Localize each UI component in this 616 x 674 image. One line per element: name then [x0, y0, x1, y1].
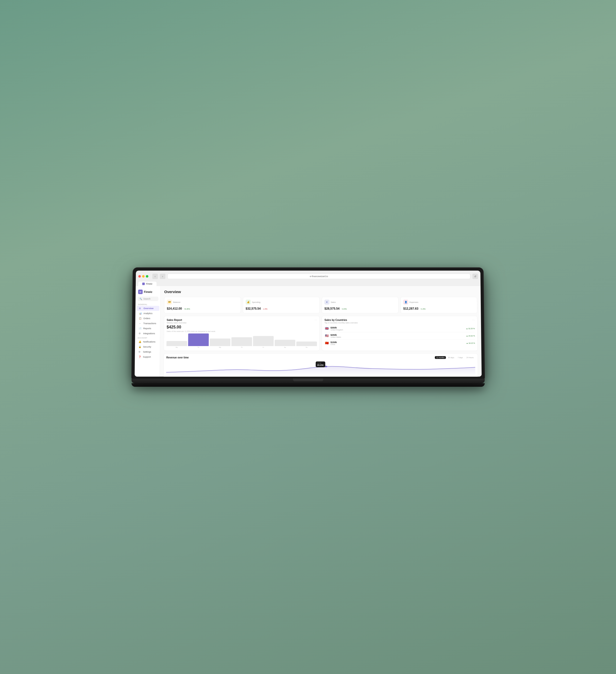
- sidebar-label-analytics: Analytics: [143, 312, 152, 315]
- notifications-icon: 🔔: [139, 341, 142, 343]
- countries-subtitle: Top 3 Countries monthly sales overview: [324, 322, 357, 324]
- reports-icon: 📄: [139, 327, 142, 330]
- bar-su-label: Su: [306, 347, 307, 348]
- cn-flag: 🇨🇳: [324, 341, 329, 345]
- uk-change: ▲ 32.25 %: [466, 327, 475, 329]
- sidebar-item-orders[interactable]: 📋 Orders: [136, 316, 159, 321]
- sidebar-item-settings[interactable]: ⚙ Settings: [136, 349, 159, 354]
- balance-change: +6.45%: [184, 308, 190, 310]
- countries-menu[interactable]: ⋯: [472, 319, 474, 321]
- filter-7days[interactable]: 7 days: [456, 356, 464, 359]
- bar-fr-label: Fr: [262, 347, 264, 348]
- laptop: ‹ › e-financewizard.io ↺ Finwiz: [131, 267, 485, 387]
- browser-tab-active[interactable]: Finwiz: [138, 282, 156, 286]
- filter-12months[interactable]: 12 months: [435, 356, 446, 359]
- sidebar-item-transactions[interactable]: ↔ Transactions: [136, 321, 159, 326]
- balance-icon: 💳: [167, 300, 172, 305]
- us-name: United States: [330, 336, 465, 338]
- sales-change: +2.5%: [341, 308, 346, 310]
- forward-button[interactable]: ›: [160, 273, 165, 279]
- maximize-button[interactable]: [146, 275, 148, 277]
- bar-we-bar: [209, 339, 230, 346]
- bar-th-bar: [231, 337, 252, 346]
- sales-icon: €: [324, 300, 329, 305]
- analytics-icon: 📊: [139, 312, 142, 315]
- us-change: ▲ 24.32 %: [466, 335, 475, 336]
- sales-report-menu[interactable]: ⋯: [314, 319, 317, 321]
- expenses-change: +1.5%: [420, 308, 425, 310]
- bar-sa-label: Sa: [284, 347, 286, 348]
- bar-su-bar: [296, 342, 317, 346]
- bar-mo: Mo: [166, 341, 187, 348]
- country-item-cn: 🇨🇳 $150k China ▲ 18.15 %: [324, 340, 475, 347]
- url-text: e-financewizard.io: [310, 275, 328, 277]
- page-title: Overview: [164, 290, 477, 294]
- cn-amount: $150k: [330, 341, 465, 344]
- uk-amount: $350k: [330, 326, 464, 329]
- sidebar-label-settings: Settings: [143, 351, 151, 353]
- laptop-notch: [293, 379, 323, 381]
- countries-title: Sales by Countries: [324, 319, 357, 321]
- search-box[interactable]: 🔍 Search: [138, 297, 158, 301]
- sidebar-label-security: Security: [143, 346, 151, 348]
- expenses-label: Expenses: [410, 301, 418, 303]
- bar-we-label: We: [219, 347, 221, 348]
- uk-info: $350k United Kingdom: [330, 326, 464, 331]
- country-item-us: 🇺🇸 $250k United States ▲ 24.32 %: [324, 332, 475, 340]
- refresh-button[interactable]: ↺: [472, 273, 478, 279]
- bar-su: Su: [296, 342, 317, 348]
- stat-card-expenses: 👤 Expenses $12,287.63 +1.5%: [400, 297, 477, 313]
- sales-label: Sales: [330, 301, 335, 303]
- sidebar-item-notifications[interactable]: 🔔 Notifications: [136, 339, 159, 344]
- sidebar-label-support: Support: [143, 356, 151, 358]
- uk-flag: 🇬🇧: [324, 326, 329, 331]
- sidebar-item-integrations[interactable]: ⚙ Integrations: [136, 331, 159, 336]
- sidebar-item-analytics[interactable]: 📊 Analytics: [136, 311, 159, 316]
- sidebar-logo: W Finwiz: [136, 288, 160, 297]
- revenue-chart: Jul 05 $5.25K: [166, 361, 475, 375]
- search-label: Search: [143, 298, 151, 300]
- filter-24hours[interactable]: 24 Hours: [465, 356, 475, 359]
- support-icon: ❓: [138, 356, 141, 358]
- balance-value: $24,412.00: [167, 307, 182, 310]
- sales-amount: $425.00: [166, 325, 317, 329]
- section-general-label: General: [136, 303, 160, 306]
- sidebar-label-notifications: Notifications: [143, 341, 155, 343]
- bar-fr-bar: [253, 336, 274, 346]
- settings-icon: ⚙: [138, 351, 141, 353]
- sidebar-item-support[interactable]: ❓ Support: [136, 354, 159, 359]
- stat-card-balance: 💳 Balance $24,412.00 +6.45%: [164, 297, 241, 313]
- stat-card-spending: 💰 Spending $32,575.54 -1.5%: [243, 297, 320, 313]
- sidebar-label-transactions: Transactions: [143, 322, 156, 325]
- minimize-button[interactable]: [142, 275, 145, 277]
- sidebar-item-overview[interactable]: ⊞ Overview: [136, 306, 159, 311]
- overview-icon: ⊞: [139, 307, 142, 310]
- spending-icon: 💰: [246, 300, 251, 305]
- main-content: Overview 💳 Balance $24,412.00 +6.45%: [160, 286, 481, 377]
- sales-report-title: Sales Report: [167, 319, 186, 321]
- browser-controls: ‹ ›: [152, 273, 165, 279]
- transactions-icon: ↔: [139, 322, 142, 325]
- tab-favicon: [142, 283, 145, 285]
- bar-th-label: Th: [241, 347, 243, 348]
- sidebar-item-reports[interactable]: 📄 Reports: [136, 326, 159, 331]
- back-button[interactable]: ‹: [152, 273, 158, 279]
- filter-30days[interactable]: 30 days: [446, 356, 456, 359]
- sidebar-item-security[interactable]: 🔒 Security: [136, 344, 159, 349]
- sales-description: Sales of this week are +1.25% more as co…: [166, 330, 317, 332]
- bar-mo-label: Mo: [176, 347, 178, 348]
- tab-label: Finwiz: [146, 283, 152, 285]
- us-info: $250k United States: [330, 333, 465, 338]
- search-icon: 🔍: [140, 298, 142, 300]
- app-content: W Finwiz 🔍 Search General ⊞ Overview 📊: [135, 286, 481, 377]
- address-bar[interactable]: e-financewizard.io: [167, 273, 470, 279]
- browser-tabs: Finwiz: [138, 282, 478, 286]
- revenue-title: Revenue over time: [166, 356, 188, 359]
- close-button[interactable]: [138, 275, 141, 277]
- expenses-value: $12,287.63: [403, 307, 418, 310]
- bar-mo-bar: [166, 341, 187, 346]
- bar-tu-bar: [188, 333, 208, 346]
- expenses-icon: 👤: [403, 300, 408, 305]
- section-account-label: Account: [135, 336, 160, 339]
- sidebar-label-orders: Orders: [143, 317, 150, 320]
